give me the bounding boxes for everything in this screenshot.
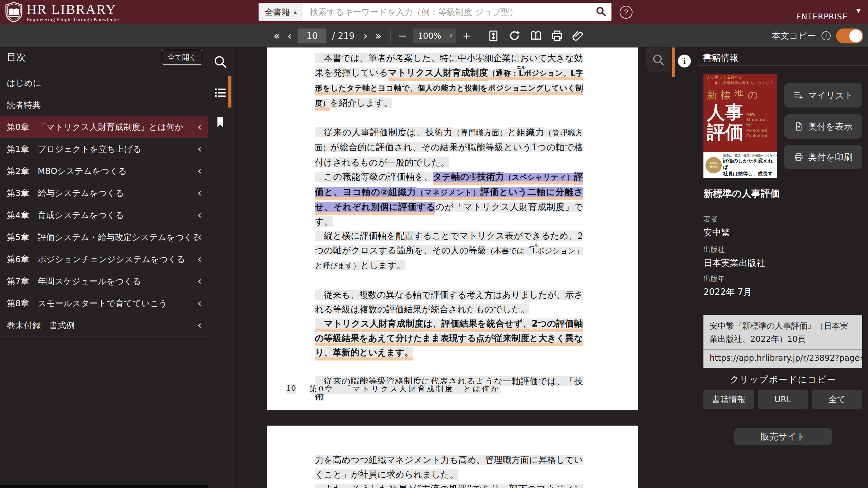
page-search-button[interactable]: [646, 47, 671, 72]
toc-item[interactable]: 読者特典 ‹: [0, 94, 208, 116]
zoom-in-button[interactable]: +: [462, 31, 471, 41]
app-header: HR LIBRARY Empowering People Through Kno…: [0, 0, 868, 24]
paragraph: 従来の人事評価制度は、技術力（専門職方面）と組織力（管理職方面）が総合的に評価さ…: [315, 125, 583, 170]
show-colophon-label: 奥付を表示: [808, 121, 853, 133]
toolbar-divider: [390, 29, 391, 43]
toc-item[interactable]: 第2章 MBOシステムをつくる ‹: [0, 160, 208, 182]
last-page-button[interactable]: »: [375, 31, 381, 41]
zoom-out-button[interactable]: −: [398, 31, 407, 41]
search-button[interactable]: [590, 3, 611, 21]
toc-panel: 目次 全て開く はじめに ‹ 読者特典 ‹ 第0章 「マトリクス人財育成制度」と…: [0, 47, 208, 488]
info-button[interactable]: i: [678, 55, 691, 67]
field-value: 安中繁: [703, 227, 730, 238]
search-scope-label: 全書籍: [265, 6, 290, 18]
paragraph: 力を高めつつ組織マネジメント力も高め、管理職方面に昇格していくこと」が社員に求め…: [315, 453, 583, 482]
printer-icon: [794, 152, 804, 162]
panel-divider: [698, 65, 868, 66]
search-scope-select[interactable]: 全書籍 ▲: [259, 3, 303, 21]
hr-library-app: HR LIBRARY Empowering People Through Kno…: [0, 0, 868, 488]
my-list-button[interactable]: マイリスト: [784, 83, 862, 108]
paragraph: 従来も、複数の異なる軸で評価する考え方はありましたが、示される等級は複数の評価結…: [315, 288, 583, 316]
rail-toc-button[interactable]: [213, 85, 227, 101]
copy-url-button[interactable]: URL: [758, 390, 808, 409]
toc-item[interactable]: 第3章 給与システムをつくる ‹: [0, 182, 208, 204]
body-row: 目次 全て開く はじめに ‹ 読者特典 ‹ 第0章 「マトリクス人財育成制度」と…: [0, 47, 868, 488]
page-text: 本書では、筆者が考案した、特に中小零細企業において大きな効果を発揮しているマトリ…: [315, 51, 583, 403]
page-footer: 10 第0章 「マトリクス人財育成制度」とは何か: [286, 384, 501, 394]
help-button[interactable]: ?: [620, 6, 633, 19]
page-number: 10: [286, 384, 296, 394]
copy-book-info-button[interactable]: 書籍情報: [703, 390, 754, 409]
attachment-button[interactable]: [572, 30, 585, 42]
citation-box: 安中繁『新標準の人事評価』（日本実業出版社、2022年）10頁 https://…: [703, 315, 862, 368]
toc-item-label: 第4章 育成システムをつくる: [7, 210, 197, 221]
expand-all-button[interactable]: 全て開く: [162, 50, 202, 65]
book-view-button[interactable]: [529, 30, 543, 42]
citation-text: 安中繁『新標準の人事評価』（日本実業出版社、2022年）10頁: [710, 319, 856, 346]
fit-height-button[interactable]: [487, 30, 500, 42]
toc-item[interactable]: 第6章 ポジションチェンジシステムをつくる ‹: [0, 248, 208, 270]
cover-title-row: 人事評価 New Standards for Personnel Evaluat…: [707, 103, 774, 142]
toolbar-center-group: « ‹ / 219 › » − 100% ▼ +: [273, 24, 585, 47]
cover-band-small: 処遇に「主流・傍流」の格差をつくらず本領を発揮させる: [723, 154, 775, 158]
text-segment: （マネジメント）: [416, 188, 480, 200]
text-segment: を紹介します。: [330, 98, 392, 108]
toc-item-label: 巻末付録 書式例: [7, 320, 197, 331]
rail-search-button[interactable]: [213, 54, 228, 70]
zoom-caret-icon: ▼: [446, 33, 456, 38]
toc-item[interactable]: 巻末付録 書式例 ‹: [0, 314, 208, 336]
text-segment: 従来の人事評価制度は、技術力: [315, 127, 453, 137]
toc-item[interactable]: 第8章 スモールスタートで育てていこう ‹: [0, 292, 208, 314]
plan-menu[interactable]: ENTERPRISE: [796, 12, 848, 21]
next-page-button[interactable]: ›: [363, 31, 367, 41]
zoom-level-select[interactable]: 100% ▼: [413, 28, 456, 43]
print-colophon-button[interactable]: 奥付を印刷: [784, 145, 862, 169]
field-label: 出版社: [703, 245, 765, 254]
copy-heading: クリップボードにコピー: [698, 374, 868, 386]
toc-item[interactable]: 第1章 プロジェクトを立ち上げる ‹: [0, 138, 208, 160]
prev-page-button[interactable]: ‹: [287, 31, 291, 41]
toc-header: 目次 全て開く: [0, 47, 208, 67]
copy-help-icon[interactable]: ?: [822, 31, 831, 40]
search-input[interactable]: [303, 3, 590, 21]
toc-title: 目次: [7, 51, 26, 64]
list-icon: [213, 85, 227, 100]
text-copy-toggle[interactable]: [836, 28, 863, 43]
viewer-toolbar: « ‹ / 219 › » − 100% ▼ +: [0, 24, 868, 47]
text-segment: が総合的に評価され、その結果が職能等級という1つの軸で格付けされるものが一般的で…: [315, 142, 583, 168]
chevron-left-icon: ‹: [197, 320, 202, 330]
cover-band-line: 評価のしかたを変えれば: [723, 158, 775, 171]
info-icon: i: [683, 56, 686, 66]
paragraph: 本書では、筆者が考案した、特に中小零細企業において大きな効果を発揮しているマトリ…: [315, 51, 583, 111]
panel-title: 書籍情報: [703, 52, 738, 64]
toc-item[interactable]: 第7章 年間スケジュールをつくる ‹: [0, 270, 208, 292]
toc-item-label: 第3章 給与システムをつくる: [7, 188, 197, 199]
toc-list: はじめに ‹ 読者特典 ‹ 第0章 「マトリクス人財育成制度」とは何か ‹ 第1…: [0, 67, 208, 336]
text-segment: （通称：: [488, 69, 518, 80]
chevron-left-icon: ‹: [197, 144, 202, 154]
paragraph: 縦と横に評価軸を配置することでマトリクス表ができるため、2つの軸がクロスする箇所…: [315, 229, 583, 273]
page-number-input[interactable]: [298, 28, 326, 43]
first-page-button[interactable]: «: [273, 31, 280, 41]
caret-down-icon[interactable]: ▼: [856, 7, 861, 14]
book-field-publisher: 出版社 日本実業出版社: [703, 245, 765, 269]
book-page-current[interactable]: 本書では、筆者が考案した、特に中小零細企業において大きな効果を発揮しているマトリ…: [267, 47, 638, 410]
text-segment: また、そうした社員が“主流の処遇”であり、部下のマネジメント: [315, 484, 583, 488]
toc-item[interactable]: 第0章 「マトリクス人財育成制度」とは何か ‹: [0, 116, 208, 138]
toc-item-label: 第2章 MBOシステムをつくる: [7, 165, 197, 177]
toggle-knob: [849, 30, 862, 42]
brand[interactable]: HR LIBRARY Empowering People Through Kno…: [5, 2, 119, 23]
store-site-button[interactable]: 販売サイト: [734, 428, 832, 445]
toc-item[interactable]: はじめに ‹: [0, 72, 208, 94]
cover-title-top: 新標準の: [707, 88, 774, 102]
show-colophon-button[interactable]: 奥付を表示: [784, 114, 862, 139]
book-page-next[interactable]: 力を高めつつ組織マネジメント力も高め、管理職方面に昇格していくこと」が社員に求め…: [267, 426, 638, 488]
toc-item[interactable]: 第5章 評価システム・給与改定システムをつくる ‹: [0, 226, 208, 248]
print-button[interactable]: [551, 30, 564, 42]
toc-item[interactable]: 第4章 育成システムをつくる ‹: [0, 204, 208, 226]
copy-all-button[interactable]: 全て: [812, 390, 862, 409]
rail-bookmark-button[interactable]: [213, 115, 227, 130]
book-cover[interactable]: 人が育って定着する 〈二軸〉評価制度の考え方・つくり方 新標準の 人事評価 Ne…: [703, 74, 777, 178]
rotate-button[interactable]: [508, 30, 521, 42]
toc-item-label: 第1章 プロジェクトを立ち上げる: [7, 143, 197, 155]
